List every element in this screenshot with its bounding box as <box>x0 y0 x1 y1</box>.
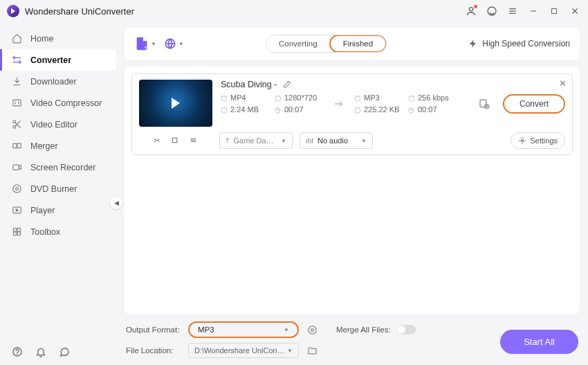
svg-rect-9 <box>12 100 20 106</box>
output-format-dropdown[interactable]: MP3 ▼ <box>188 321 299 338</box>
resolution-icon: ▢ <box>275 94 281 102</box>
src-resolution: 1280*720 <box>284 94 317 102</box>
svg-point-35 <box>522 140 524 142</box>
high-speed-toggle[interactable]: High Speed Conversion <box>468 39 570 48</box>
convert-button[interactable]: Convert <box>503 94 565 114</box>
support-icon[interactable] <box>486 5 498 17</box>
disc-icon <box>11 184 22 195</box>
crop-icon[interactable] <box>170 136 179 145</box>
minimize-icon[interactable] <box>527 5 540 17</box>
dst-format: MP3 <box>364 94 380 102</box>
maximize-icon[interactable] <box>548 5 560 17</box>
scissors-icon <box>11 119 22 130</box>
trim-icon[interactable]: ✂ <box>154 136 160 145</box>
sidebar-item-editor[interactable]: Video Editor <box>0 114 116 135</box>
svg-rect-16 <box>12 165 18 170</box>
add-url-icon <box>163 37 177 51</box>
sidebar-label: Video Editor <box>30 120 77 130</box>
svg-rect-21 <box>17 229 20 231</box>
add-file-button[interactable]: + ▼ <box>134 36 156 51</box>
output-config-icon[interactable] <box>478 98 490 110</box>
audio-wave-icon: ılıl <box>306 136 313 145</box>
add-file-icon: + <box>134 36 149 51</box>
file-title: Scuba Diving - <box>221 80 277 89</box>
bottom-bar: Output Format: MP3 ▼ Merge All Files: Fi… <box>116 314 588 365</box>
sidebar-label: Downloader <box>30 77 77 87</box>
more-icon[interactable] <box>189 136 198 145</box>
recorder-icon <box>11 162 22 173</box>
video-thumbnail[interactable] <box>139 80 212 127</box>
app-title: Wondershare UniConverter <box>25 6 465 17</box>
arrow-right-icon: ➔ <box>334 97 343 110</box>
settings-button[interactable]: Settings <box>511 132 565 149</box>
add-url-button[interactable]: ▼ <box>163 37 184 51</box>
preset-icon[interactable] <box>306 323 318 336</box>
menu-icon[interactable] <box>506 5 519 17</box>
chevron-down-icon: ▼ <box>284 327 289 333</box>
sidebar-item-player[interactable]: Player <box>0 199 116 221</box>
sidebar-item-compressor[interactable]: Video Compressor <box>0 92 116 114</box>
clock-icon: ◷ <box>275 106 281 114</box>
location-value: D:\Wondershare UniConverter <box>194 346 287 355</box>
sidebar-label: Screen Recorder <box>30 163 96 172</box>
bell-icon[interactable] <box>35 346 47 358</box>
open-folder-icon[interactable] <box>306 344 318 357</box>
close-icon[interactable] <box>569 5 581 17</box>
sidebar-label: Merger <box>30 141 58 151</box>
src-format: MP4 <box>230 94 246 102</box>
svg-rect-6 <box>552 9 557 14</box>
svg-text:+: + <box>144 44 147 51</box>
sidebar-item-recorder[interactable]: Screen Recorder <box>0 157 116 178</box>
help-icon[interactable] <box>11 346 24 358</box>
toolbox-icon <box>11 226 22 238</box>
svg-rect-20 <box>13 229 16 231</box>
hsc-label: High Speed Conversion <box>482 39 570 48</box>
tab-finished[interactable]: Finished <box>329 35 387 53</box>
tab-converting[interactable]: Converting <box>266 35 330 52</box>
user-icon[interactable] <box>465 5 477 17</box>
svg-point-0 <box>469 8 472 11</box>
sidebar-item-converter[interactable]: Converter <box>0 49 116 71</box>
output-format-label: Output Format: <box>126 326 181 334</box>
content-area: ✕ Scuba Diving - ▢MP4 ▢2.24 MB <box>125 66 580 314</box>
size-icon: ▢ <box>354 106 360 114</box>
collapse-sidebar-button[interactable]: ◀ <box>110 197 122 209</box>
location-dropdown[interactable]: D:\Wondershare UniConverter ▼ <box>188 343 299 358</box>
feedback-icon[interactable] <box>58 346 71 358</box>
output-format-value: MP3 <box>198 326 214 334</box>
chevron-down-icon: ▼ <box>361 138 367 144</box>
audio-dropdown[interactable]: ılıl No audio ▼ <box>300 132 373 149</box>
sidebar-item-downloader[interactable]: Downloader <box>0 71 116 92</box>
src-size: 2.24 MB <box>230 105 259 114</box>
app-logo-icon <box>7 5 19 17</box>
dst-size: 225.22 KB <box>364 105 399 114</box>
sidebar-item-toolbox[interactable]: Toolbox <box>0 221 116 242</box>
play-icon <box>11 205 22 216</box>
remove-file-icon[interactable]: ✕ <box>559 78 567 89</box>
gear-icon <box>518 136 526 145</box>
clock-icon: ◷ <box>408 106 414 114</box>
start-all-button[interactable]: Start All <box>500 330 578 354</box>
sidebar-item-merger[interactable]: Merger <box>0 135 116 157</box>
svg-point-25 <box>17 354 18 355</box>
sidebar-item-dvd[interactable]: DVD Burner <box>0 178 116 199</box>
svg-point-17 <box>12 185 20 193</box>
merge-toggle[interactable] <box>396 325 416 335</box>
compressor-icon <box>11 98 22 109</box>
topbar: + ▼ ▼ Converting Finished High Speed Con… <box>125 28 580 60</box>
subtitle-dropdown[interactable]: T Game Day 201... ▼ <box>219 132 293 149</box>
sidebar: Home Converter Downloader Video Compress… <box>0 22 116 365</box>
svg-rect-31 <box>172 138 177 143</box>
format-icon: ▢ <box>221 94 227 102</box>
edit-title-icon[interactable] <box>282 80 291 89</box>
titlebar: Wondershare UniConverter <box>0 0 588 22</box>
merge-label: Merge All Files: <box>336 326 391 334</box>
svg-point-11 <box>12 125 15 128</box>
svg-rect-14 <box>12 143 16 148</box>
sidebar-label: Converter <box>30 55 71 65</box>
audio-value: No audio <box>318 136 348 145</box>
sidebar-item-home[interactable]: Home <box>0 28 116 49</box>
format-icon: ▢ <box>354 94 360 102</box>
bolt-icon <box>468 39 478 48</box>
chevron-down-icon: ▼ <box>178 41 184 47</box>
